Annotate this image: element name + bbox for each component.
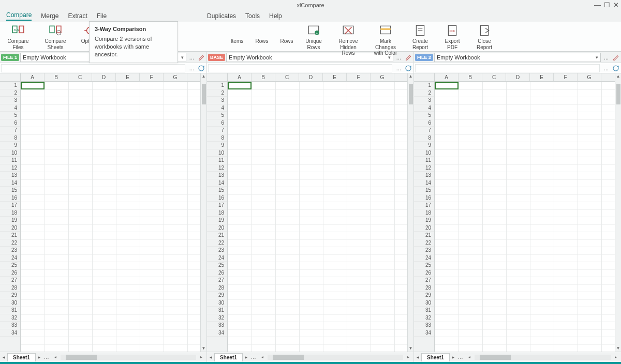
scroll-left-icon[interactable]: ◂: [466, 355, 472, 359]
row-header[interactable]: 24: [207, 254, 227, 262]
menu-merge[interactable]: Merge: [41, 12, 58, 20]
row-header[interactable]: 22: [207, 239, 227, 247]
row-header[interactable]: 7: [414, 127, 434, 134]
row-header[interactable]: 3: [414, 97, 434, 104]
row-header[interactable]: 16: [207, 194, 227, 202]
formula-input[interactable]: [415, 64, 600, 72]
sheet-nav-more[interactable]: …: [250, 354, 257, 360]
column-header[interactable]: G: [164, 73, 187, 81]
scroll-thumb[interactable]: [616, 84, 620, 104]
row-header[interactable]: 8: [414, 134, 434, 142]
column-header[interactable]: A: [435, 73, 459, 81]
menu-file[interactable]: File: [97, 12, 107, 20]
sheet-nav-next[interactable]: ▸: [450, 354, 457, 360]
scroll-right-icon[interactable]: ▸: [613, 355, 619, 359]
row-header[interactable]: 27: [414, 277, 434, 284]
row-header[interactable]: 6: [0, 119, 20, 127]
column-header[interactable]: B: [459, 73, 482, 81]
row-header[interactable]: 5: [207, 112, 227, 119]
grid[interactable]: 1234567891011121314151617181920212223242…: [414, 73, 621, 352]
refresh-icon[interactable]: [197, 64, 205, 72]
create-report-button[interactable]: Create Report: [409, 24, 432, 50]
row-header[interactable]: 5: [0, 112, 20, 119]
row-header[interactable]: 14: [414, 179, 434, 187]
column-header[interactable]: D: [506, 73, 530, 81]
column-header[interactable]: E: [116, 73, 140, 81]
menu-duplicates[interactable]: Duplicates: [207, 12, 236, 20]
column-header[interactable]: C: [275, 73, 299, 81]
workbook-dropdown[interactable]: Empty Workbook▾: [434, 53, 601, 62]
row-header[interactable]: 33: [414, 322, 434, 329]
row-header[interactable]: 9: [207, 142, 227, 149]
more-button[interactable]: ...: [601, 54, 612, 60]
row-header[interactable]: 26: [414, 269, 434, 277]
row-header[interactable]: 9: [0, 142, 20, 149]
menu-compare[interactable]: Compare: [6, 11, 32, 21]
horizontal-scrollbar[interactable]: ◂▸: [50, 355, 206, 360]
sheet-nav-next[interactable]: ▸: [36, 354, 43, 360]
row-header[interactable]: 12: [207, 164, 227, 172]
row-headers[interactable]: 1234567891011121314151617181920212223242…: [414, 73, 435, 352]
column-header[interactable]: C: [482, 73, 506, 81]
row-header[interactable]: 10: [414, 149, 434, 157]
row-header[interactable]: 15: [414, 187, 434, 194]
scroll-right-icon[interactable]: ▸: [405, 355, 411, 359]
row-header[interactable]: 6: [207, 119, 227, 127]
row-header[interactable]: 29: [0, 292, 20, 299]
row-header[interactable]: 30: [207, 299, 227, 307]
refresh-icon[interactable]: [404, 64, 412, 72]
selected-cell[interactable]: [21, 82, 45, 89]
unique-rows-button[interactable]: + Unique Rows: [302, 24, 325, 50]
scroll-down-icon[interactable]: ▼: [408, 345, 413, 352]
row-header[interactable]: 4: [207, 104, 227, 112]
row-header[interactable]: 17: [207, 202, 227, 209]
rows1-button[interactable]: Rows: [250, 24, 273, 44]
row-header[interactable]: 17: [0, 202, 20, 209]
edit-icon[interactable]: [197, 53, 206, 62]
compare-files-button[interactable]: XLS Compare Files: [4, 24, 32, 50]
row-header[interactable]: 1: [414, 82, 434, 89]
scroll-left-icon[interactable]: ◂: [259, 355, 265, 359]
column-headers[interactable]: ABCDEFG: [228, 73, 407, 82]
scroll-down-icon[interactable]: ▼: [615, 345, 621, 352]
row-header[interactable]: 11: [207, 157, 227, 164]
row-header[interactable]: 19: [207, 217, 227, 224]
row-header[interactable]: 12: [414, 164, 434, 172]
row-header[interactable]: 18: [0, 209, 20, 217]
grid[interactable]: 1234567891011121314151617181920212223242…: [0, 73, 206, 352]
cells-area[interactable]: ABCDEFG: [435, 73, 615, 352]
remove-hidden-button[interactable]: Remove Hidden Rows: [334, 24, 362, 56]
sheet-tab[interactable]: Sheet1: [7, 353, 36, 361]
refresh-icon[interactable]: [612, 64, 620, 72]
maximize-button[interactable]: ☐: [604, 1, 610, 9]
grid[interactable]: 1234567891011121314151617181920212223242…: [207, 73, 413, 352]
workbook-dropdown[interactable]: Empty Workbook▾: [226, 53, 393, 62]
row-header[interactable]: 4: [414, 104, 434, 112]
row-header[interactable]: 11: [0, 157, 20, 164]
row-header[interactable]: 27: [207, 277, 227, 284]
row-header[interactable]: 13: [0, 172, 20, 179]
column-header[interactable]: B: [45, 73, 68, 81]
horizontal-scrollbar[interactable]: ◂▸: [464, 355, 621, 360]
row-header[interactable]: 14: [207, 179, 227, 187]
scroll-up-icon[interactable]: ▲: [408, 73, 413, 80]
row-header[interactable]: 4: [0, 104, 20, 112]
hscroll-thumb[interactable]: [273, 355, 304, 360]
row-header[interactable]: 20: [0, 224, 20, 232]
edit-icon[interactable]: [612, 53, 621, 62]
mark-changes-button[interactable]: Mark Changes with Color: [372, 24, 400, 56]
row-header[interactable]: 20: [414, 224, 434, 232]
sheet-nav-prev[interactable]: ◂: [0, 354, 7, 360]
sheet-nav-more[interactable]: …: [43, 354, 50, 360]
row-header[interactable]: 2: [0, 89, 20, 97]
row-header[interactable]: 22: [414, 239, 434, 247]
row-header[interactable]: 3: [207, 97, 227, 104]
sheet-nav-prev[interactable]: ◂: [414, 354, 421, 360]
column-header[interactable]: E: [530, 73, 554, 81]
row-header[interactable]: 23: [207, 247, 227, 254]
row-header[interactable]: 8: [0, 134, 20, 142]
row-header[interactable]: 27: [0, 277, 20, 284]
column-header[interactable]: G: [578, 73, 601, 81]
menu-help[interactable]: Help: [269, 12, 282, 20]
row-header[interactable]: 29: [414, 292, 434, 299]
